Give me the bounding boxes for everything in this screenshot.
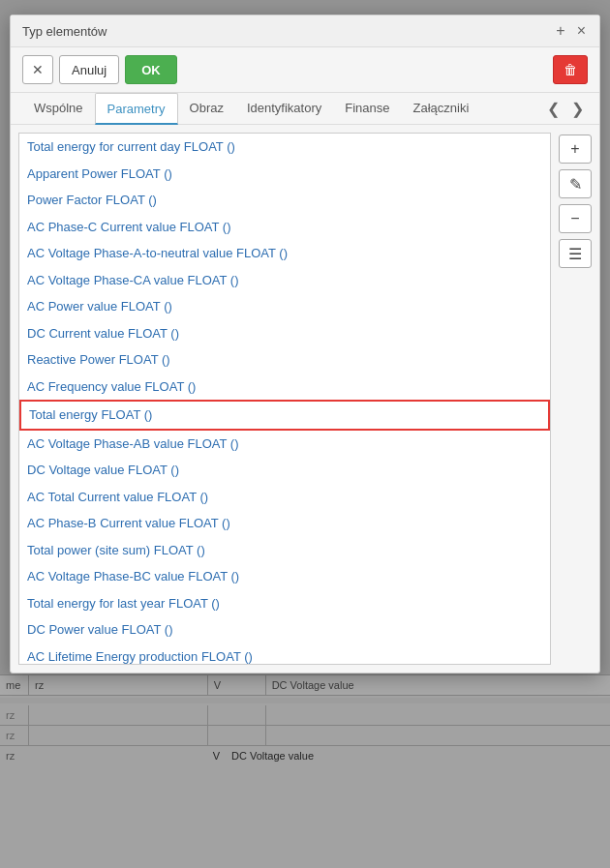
list-item[interactable]: AC Frequency value FLOAT () bbox=[19, 374, 550, 401]
list-button[interactable]: ☰ bbox=[559, 239, 592, 268]
edit-button[interactable]: ✎ bbox=[559, 169, 592, 198]
list-icon: ☰ bbox=[568, 245, 582, 263]
modal-plus-button[interactable]: + bbox=[554, 23, 566, 39]
list-item[interactable]: AC Lifetime Energy production FLOAT () bbox=[19, 644, 550, 666]
list-item[interactable]: AC Voltage Phase-AB value FLOAT () bbox=[19, 431, 550, 458]
list-item[interactable]: AC Voltage Phase-BC value FLOAT () bbox=[19, 563, 550, 590]
list-item[interactable]: DC Power value FLOAT () bbox=[19, 616, 550, 644]
list-item[interactable]: DC Current value FLOAT () bbox=[19, 320, 550, 347]
modal-overlay: Typ elementów + × ✕ Anuluj OK 🗑 Wspólne … bbox=[0, 0, 610, 868]
tab-identyfikatory[interactable]: Identyfikatory bbox=[235, 93, 333, 125]
list-item[interactable]: Total energy FLOAT () bbox=[19, 400, 550, 431]
tab-zalaczniki[interactable]: Załączniki bbox=[402, 93, 481, 125]
cancel-x-button[interactable]: ✕ bbox=[22, 55, 53, 84]
modal-dialog: Typ elementów + × ✕ Anuluj OK 🗑 Wspólne … bbox=[10, 15, 600, 673]
tab-finanse[interactable]: Finanse bbox=[333, 93, 401, 125]
list-item[interactable]: AC Phase-B Current value FLOAT () bbox=[19, 510, 550, 537]
modal-title: Typ elementów bbox=[22, 24, 107, 39]
minus-icon: − bbox=[570, 210, 579, 227]
list-item[interactable]: Total energy for current day FLOAT () bbox=[19, 134, 550, 161]
side-buttons: + ✎ − ☰ bbox=[559, 133, 592, 665]
plus-icon: + bbox=[570, 140, 579, 158]
list-item[interactable]: AC Voltage Phase-CA value FLOAT () bbox=[19, 267, 550, 294]
list-item[interactable]: AC Power value FLOAT () bbox=[19, 293, 550, 320]
tabs-bar: Wspólne Parametry Obraz Identyfikatory F… bbox=[11, 93, 599, 125]
add-button[interactable]: + bbox=[559, 135, 592, 164]
list-item[interactable]: AC Voltage Phase-A-to-neutral value FLOA… bbox=[19, 240, 550, 267]
list-item[interactable]: Apparent Power FLOAT () bbox=[19, 161, 550, 188]
trash-icon: 🗑 bbox=[564, 62, 577, 77]
delete-button[interactable]: 🗑 bbox=[553, 55, 588, 84]
ok-button[interactable]: OK bbox=[125, 55, 177, 84]
tab-next-button[interactable]: ❯ bbox=[567, 96, 588, 122]
tab-wspolne[interactable]: Wspólne bbox=[22, 93, 95, 125]
list-item[interactable]: AC Phase-C Current value FLOAT () bbox=[19, 214, 550, 241]
list-item[interactable]: AC Total Current value FLOAT () bbox=[19, 484, 550, 511]
tab-prev-button[interactable]: ❮ bbox=[543, 96, 564, 122]
x-icon: ✕ bbox=[32, 62, 44, 77]
modal-close-button[interactable]: × bbox=[575, 23, 588, 39]
pencil-icon: ✎ bbox=[569, 175, 582, 194]
list-item[interactable]: DC Voltage value FLOAT () bbox=[19, 457, 550, 484]
parameter-list[interactable]: Total energy for current day FLOAT ()App… bbox=[18, 133, 551, 665]
tab-obraz[interactable]: Obraz bbox=[178, 93, 235, 125]
content-area: Total energy for current day FLOAT ()App… bbox=[11, 125, 599, 673]
minus-button[interactable]: − bbox=[559, 204, 592, 233]
modal-header-icons: + × bbox=[554, 23, 588, 39]
list-item[interactable]: Reactive Power FLOAT () bbox=[19, 346, 550, 374]
list-item[interactable]: Total energy for last year FLOAT () bbox=[19, 590, 550, 617]
toolbar: ✕ Anuluj OK 🗑 bbox=[11, 47, 599, 93]
tab-parametry[interactable]: Parametry bbox=[95, 93, 178, 125]
anuluj-button[interactable]: Anuluj bbox=[59, 55, 119, 84]
list-item[interactable]: Power Factor FLOAT () bbox=[19, 187, 550, 214]
list-item[interactable]: Total power (site sum) FLOAT () bbox=[19, 537, 550, 564]
modal-header: Typ elementów + × bbox=[11, 15, 599, 47]
